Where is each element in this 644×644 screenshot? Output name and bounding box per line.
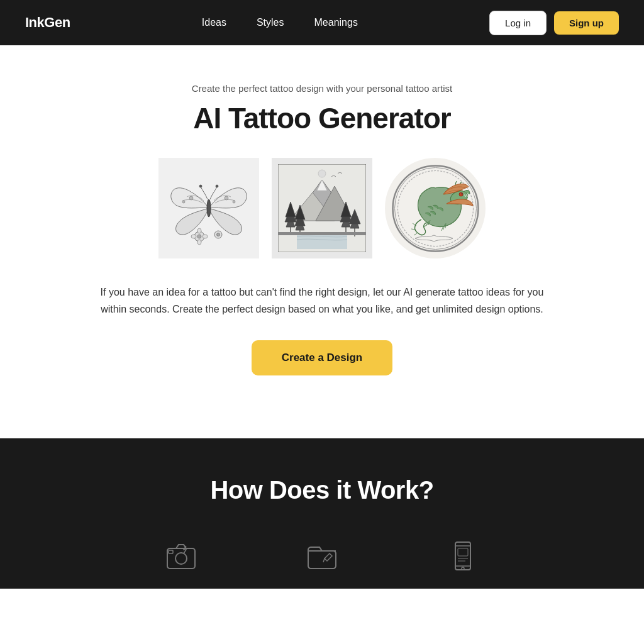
phone-icon — [443, 536, 483, 576]
navbar: InkGen Ideas Styles Meanings Log in Sign… — [0, 0, 644, 45]
svg-point-3 — [233, 201, 235, 203]
hero-subtitle: Create the perfect tattoo design with yo… — [192, 83, 452, 94]
how-step-folder — [302, 536, 342, 576]
svg-point-37 — [318, 170, 326, 177]
how-step-phone — [443, 536, 483, 576]
how-section-title: How Does it Work? — [210, 476, 433, 504]
nav-item-ideas[interactable]: Ideas — [202, 17, 226, 28]
hero-section: Create the perfect tattoo design with yo… — [0, 45, 644, 438]
how-section: How Does it Work? — [0, 438, 644, 589]
svg-rect-53 — [458, 548, 468, 556]
camera-icon — [161, 536, 201, 576]
svg-point-6 — [216, 185, 218, 187]
folder-icon — [302, 536, 342, 576]
nav-item-meanings[interactable]: Meanings — [314, 17, 358, 28]
svg-point-12 — [197, 240, 201, 245]
hero-description: If you have an idea for a tattoo but can… — [96, 284, 548, 318]
nav-actions: Log in Sign up — [489, 11, 619, 35]
signup-button[interactable]: Sign up — [554, 11, 619, 35]
create-design-button[interactable]: Create a Design — [252, 340, 393, 375]
nav-link-styles[interactable]: Styles — [257, 17, 284, 28]
svg-rect-46 — [169, 550, 173, 553]
nav-links: Ideas Styles Meanings — [202, 17, 358, 28]
svg-point-1 — [182, 201, 185, 203]
svg-point-8 — [197, 235, 201, 238]
svg-point-52 — [462, 567, 464, 570]
svg-point-43 — [461, 193, 462, 194]
how-icons-row — [161, 536, 483, 589]
svg-point-10 — [217, 233, 220, 236]
svg-point-11 — [197, 228, 201, 233]
svg-line-48 — [323, 558, 325, 562]
svg-rect-36 — [278, 232, 366, 235]
how-step-camera — [161, 536, 201, 576]
tattoo-image-butterfly — [158, 158, 259, 258]
svg-point-4 — [207, 199, 211, 217]
login-button[interactable]: Log in — [489, 11, 547, 35]
tattoo-image-dragon — [385, 158, 486, 258]
logo: InkGen — [25, 14, 70, 31]
svg-point-5 — [199, 185, 202, 187]
svg-rect-35 — [297, 233, 347, 249]
nav-item-styles[interactable]: Styles — [257, 17, 284, 28]
hero-title: AI Tattoo Generator — [193, 101, 451, 135]
svg-point-2 — [225, 196, 228, 200]
tattoo-images-row — [158, 158, 486, 258]
svg-point-13 — [191, 235, 196, 238]
svg-point-0 — [189, 196, 193, 200]
svg-point-14 — [203, 235, 208, 238]
nav-link-meanings[interactable]: Meanings — [314, 17, 358, 28]
tattoo-image-forest — [272, 158, 372, 258]
nav-link-ideas[interactable]: Ideas — [202, 17, 226, 28]
svg-rect-44 — [167, 548, 195, 569]
svg-point-45 — [175, 553, 187, 564]
